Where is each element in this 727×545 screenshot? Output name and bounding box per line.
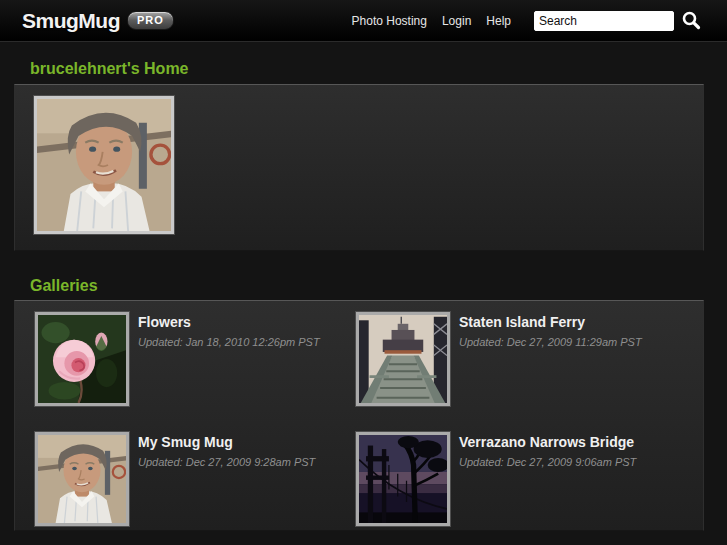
- gallery-thumbnail-rose[interactable]: [35, 312, 129, 406]
- nav-link-help[interactable]: Help: [486, 14, 511, 28]
- galleries-section-title: Galleries: [30, 251, 727, 295]
- search-button[interactable]: [681, 10, 702, 31]
- search-area: [534, 10, 702, 31]
- gallery-meta: Staten Island Ferry Updated: Dec 27, 200…: [459, 312, 642, 406]
- gallery-meta: My Smug Mug Updated: Dec 27, 2009 9:28am…: [138, 432, 315, 526]
- pro-badge: PRO: [127, 11, 174, 30]
- gallery-updated: Updated: Jan 18, 2010 12:26pm PST: [138, 336, 320, 348]
- gallery-title[interactable]: Flowers: [138, 314, 320, 330]
- gallery-title[interactable]: Staten Island Ferry: [459, 314, 642, 330]
- gallery-updated: Updated: Dec 27, 2009 11:29am PST: [459, 336, 642, 348]
- nav-link-login[interactable]: Login: [442, 14, 471, 28]
- home-panel: [14, 84, 704, 251]
- gallery-thumbnail-bridge[interactable]: [356, 432, 450, 526]
- smugmug-logo[interactable]: SmugMug PRO: [22, 9, 174, 33]
- gallery-item: Flowers Updated: Jan 18, 2010 12:26pm PS…: [35, 312, 356, 406]
- gallery-item: My Smug Mug Updated: Dec 27, 2009 9:28am…: [35, 432, 356, 526]
- smugmug-logo-text: SmugMug: [22, 9, 120, 33]
- gallery-updated: Updated: Dec 27, 2009 9:28am PST: [138, 456, 315, 468]
- magnifier-icon: [681, 10, 702, 31]
- gallery-title[interactable]: Verrazano Narrows Bridge: [459, 434, 636, 450]
- gallery-item: Verrazano Narrows Bridge Updated: Dec 27…: [356, 432, 703, 526]
- gallery-item: Staten Island Ferry Updated: Dec 27, 200…: [356, 312, 703, 406]
- gallery-thumbnail-portrait[interactable]: [35, 432, 129, 526]
- profile-photo[interactable]: [34, 96, 174, 234]
- gallery-updated: Updated: Dec 27, 2009 9:06am PST: [459, 456, 636, 468]
- nav-link-photo-hosting[interactable]: Photo Hosting: [352, 14, 427, 28]
- home-section-title: brucelehnert's Home: [30, 42, 727, 78]
- gallery-meta: Flowers Updated: Jan 18, 2010 12:26pm PS…: [138, 312, 320, 406]
- gallery-title[interactable]: My Smug Mug: [138, 434, 315, 450]
- header-nav: Photo Hosting Login Help: [352, 10, 702, 31]
- gallery-thumbnail-ferry[interactable]: [356, 312, 450, 406]
- gallery-meta: Verrazano Narrows Bridge Updated: Dec 27…: [459, 432, 636, 526]
- header-bar: SmugMug PRO Photo Hosting Login Help: [0, 0, 727, 42]
- galleries-grid: Flowers Updated: Jan 18, 2010 12:26pm PS…: [35, 312, 703, 526]
- search-input[interactable]: [534, 11, 674, 31]
- galleries-panel: Flowers Updated: Jan 18, 2010 12:26pm PS…: [14, 300, 704, 531]
